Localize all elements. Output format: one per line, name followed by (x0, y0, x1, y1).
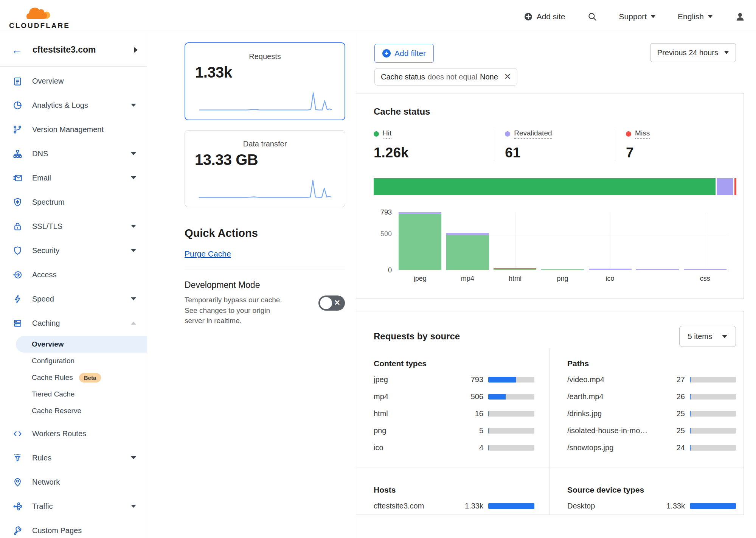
table-row: cftestsite3.com 1.33k (374, 498, 534, 515)
y-tick-label: 0 (388, 266, 392, 274)
row-value: 1.33k (661, 502, 685, 510)
development-mode-toggle[interactable]: ✕ (318, 295, 345, 311)
sidebar-item-rules[interactable]: Rules (0, 446, 147, 470)
gridline (515, 212, 515, 270)
search-icon (587, 12, 597, 22)
chevron-down-icon (131, 176, 136, 179)
hosts-title: Hosts (374, 485, 534, 494)
sidebar-subitem-cache-rules[interactable]: Cache Rules Beta (16, 369, 147, 386)
sidebar-item-version-management[interactable]: Version Management (0, 117, 147, 141)
row-value: 26 (661, 392, 685, 401)
data-transfer-card-label: Data transfer (195, 140, 335, 148)
hit-dot (374, 131, 379, 137)
support-menu[interactable]: Support (619, 12, 656, 21)
items-count-dropdown[interactable]: 5 items (679, 326, 736, 347)
x-tick-label: mp4 (444, 275, 492, 283)
data-transfer-metric-card[interactable]: Data transfer 13.33 GB (185, 130, 345, 207)
chevron-down-icon (131, 505, 136, 508)
table-row: /drinks.jpg 25 (567, 405, 736, 422)
row-bar-track (690, 411, 736, 417)
cloudflare-logo[interactable]: CLOUDFLARE (9, 4, 70, 29)
sidebar-item-overview[interactable]: Overview (0, 69, 147, 93)
summary-segment-miss (734, 178, 736, 195)
row-bar-fill (690, 503, 736, 509)
row-bar-track (488, 411, 534, 417)
sidebar-subitem-configuration[interactable]: Configuration (16, 353, 147, 369)
row-label: /earth.mp4 (567, 392, 661, 401)
site-name: cftestsite3.com (33, 45, 134, 55)
language-menu[interactable]: English (678, 12, 713, 21)
sidebar-item-email[interactable]: Email (0, 166, 147, 190)
hit-label[interactable]: Hit (383, 129, 391, 139)
row-label: jpeg (374, 375, 459, 384)
development-mode-description: Temporarily bypass our cache. See change… (185, 295, 290, 326)
back-arrow-icon[interactable]: ← (11, 44, 23, 56)
wrench-icon (12, 526, 23, 536)
sidebar-item-speed[interactable]: Speed (0, 287, 147, 311)
cache-status-summary-bar (374, 178, 736, 195)
revalidated-dot (505, 131, 510, 137)
add-site-button[interactable]: Add site (524, 12, 565, 21)
plus-circle-icon: + (382, 49, 391, 58)
remove-filter-icon[interactable]: ✕ (504, 72, 511, 82)
x-tick-label: png (539, 275, 587, 283)
sidebar-item-workers-routes[interactable]: Workers Routes (0, 421, 147, 446)
row-bar-fill (488, 377, 516, 383)
sidebar-item-access[interactable]: Access (0, 263, 147, 287)
sidebar-subitem-cache-reserve[interactable]: Cache Reserve (16, 403, 147, 419)
revalidated-label[interactable]: Revalidated (514, 129, 552, 139)
stacked-bar-css (684, 269, 727, 270)
row-bar-track (488, 428, 534, 434)
add-filter-button[interactable]: + Add filter (374, 44, 434, 63)
sidebar-subitem-tiered-cache[interactable]: Tiered Cache (16, 386, 147, 403)
row-bar-fill (690, 411, 691, 417)
miss-value: 7 (626, 145, 728, 161)
chart-bar-slot (634, 212, 681, 270)
table-row: ico 4 (374, 439, 534, 456)
caret-right-icon[interactable] (134, 47, 138, 53)
row-label: html (374, 409, 459, 418)
search-button[interactable] (587, 12, 597, 22)
time-range-dropdown[interactable]: Previous 24 hours (650, 43, 736, 62)
purge-cache-link[interactable]: Purge Cache (185, 249, 231, 258)
bar-segment-hit (399, 214, 441, 270)
row-value: 1.33k (459, 502, 483, 510)
chart-bar-slot (539, 212, 587, 270)
beta-badge: Beta (79, 373, 101, 383)
row-label: /isolated-house-in-mo… (567, 426, 661, 435)
requests-sparkline (195, 89, 335, 114)
chevron-down-icon (131, 456, 136, 459)
row-bar-track (690, 394, 736, 400)
table-row: jpeg 793 (374, 371, 534, 388)
sidebar: ← cftestsite3.com Overview Analytics & L… (0, 33, 147, 538)
sidebar-item-caching[interactable]: Caching (0, 311, 147, 335)
sidebar-item-dns[interactable]: DNS (0, 141, 147, 166)
data-transfer-card-value: 13.33 GB (195, 151, 335, 168)
sidebar-item-ssl-tls[interactable]: SSL/TLS (0, 214, 147, 238)
top-nav: CLOUDFLARE Add site Support English (0, 0, 756, 33)
cloudflare-logo-text: CLOUDFLARE (9, 22, 70, 29)
sidebar-item-network[interactable]: Network (0, 470, 147, 494)
cache-status-column-chart: 7935000 jpegmp4htmlpngicocss (374, 212, 729, 283)
account-menu[interactable] (735, 11, 745, 22)
stat-revalidated: Revalidated 61 (494, 129, 615, 161)
divider (185, 269, 345, 269)
bar-segment-hit (684, 270, 727, 271)
sidebar-item-custom-pages[interactable]: Custom Pages (0, 518, 147, 538)
y-tick-label: 500 (380, 230, 392, 238)
x-tick-label: jpeg (396, 275, 444, 283)
miss-label[interactable]: Miss (635, 129, 650, 139)
chip-operator: does not equal (428, 73, 477, 81)
sidebar-item-traffic[interactable]: Traffic (0, 494, 147, 518)
sidebar-item-security[interactable]: Security (0, 238, 147, 263)
chevron-down-icon (131, 225, 136, 228)
location-pin-icon (12, 477, 23, 487)
requests-metric-card[interactable]: Requests 1.33k (185, 42, 345, 120)
device-types-table: Source device types Desktop 1.33k (550, 468, 744, 515)
row-value: 27 (661, 375, 685, 384)
sidebar-item-spectrum[interactable]: Spectrum (0, 190, 147, 214)
toggle-off-x-icon: ✕ (334, 298, 340, 307)
chart-bar-slot (681, 212, 729, 270)
sidebar-subitem-overview[interactable]: Overview (16, 336, 147, 353)
sidebar-item-analytics-logs[interactable]: Analytics & Logs (0, 93, 147, 117)
